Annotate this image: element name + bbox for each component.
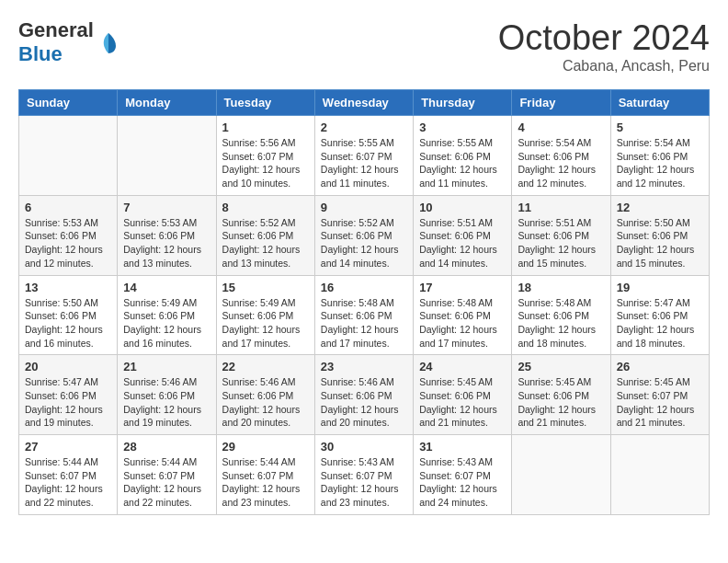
day-number: 13 [25,281,111,294]
weekday-header-sunday: Sunday [19,90,118,116]
calendar-cell: 5Sunrise: 5:54 AM Sunset: 6:06 PM Daylig… [610,116,709,196]
week-row-4: 20Sunrise: 5:47 AM Sunset: 6:06 PM Dayli… [19,355,710,435]
day-info: Sunrise: 5:45 AM Sunset: 6:07 PM Dayligh… [617,375,703,430]
calendar-cell: 18Sunrise: 5:48 AM Sunset: 6:06 PM Dayli… [512,275,610,355]
calendar-cell: 7Sunrise: 5:53 AM Sunset: 6:06 PM Daylig… [118,195,216,275]
day-number: 9 [321,201,407,214]
day-number: 22 [222,360,309,373]
calendar-cell: 12Sunrise: 5:50 AM Sunset: 6:06 PM Dayli… [610,195,709,275]
day-number: 4 [518,121,604,134]
day-info: Sunrise: 5:46 AM Sunset: 6:06 PM Dayligh… [321,375,407,430]
calendar-cell: 4Sunrise: 5:54 AM Sunset: 6:06 PM Daylig… [512,116,610,196]
day-number: 26 [617,360,703,373]
location-title: Cabana, Ancash, Peru [498,58,710,75]
day-number: 14 [123,281,210,294]
day-number: 31 [419,440,506,454]
day-info: Sunrise: 5:54 AM Sunset: 6:06 PM Dayligh… [617,136,703,190]
month-title: October 2024 [498,18,710,58]
weekday-header-saturday: Saturday [610,90,709,116]
day-info: Sunrise: 5:55 AM Sunset: 6:06 PM Dayligh… [419,136,506,190]
weekday-header-row: SundayMondayTuesdayWednesdayThursdayFrid… [19,90,710,116]
calendar-cell: 30Sunrise: 5:43 AM Sunset: 6:07 PM Dayli… [314,435,413,515]
page-header: General Blue October 2024 Cabana, Ancash… [18,18,710,75]
day-number: 3 [419,121,506,134]
day-number: 17 [419,281,506,294]
day-number: 1 [222,121,309,134]
calendar-cell: 28Sunrise: 5:44 AM Sunset: 6:07 PM Dayli… [118,435,216,515]
day-number: 20 [25,360,111,373]
calendar-cell: 6Sunrise: 5:53 AM Sunset: 6:06 PM Daylig… [19,195,118,275]
day-info: Sunrise: 5:52 AM Sunset: 6:06 PM Dayligh… [222,216,309,270]
calendar-cell: 3Sunrise: 5:55 AM Sunset: 6:06 PM Daylig… [414,116,512,196]
day-info: Sunrise: 5:52 AM Sunset: 6:06 PM Dayligh… [321,216,407,270]
week-row-3: 13Sunrise: 5:50 AM Sunset: 6:06 PM Dayli… [19,275,710,355]
calendar-cell: 26Sunrise: 5:45 AM Sunset: 6:07 PM Dayli… [610,355,709,435]
day-number: 16 [321,281,407,294]
week-row-1: 1Sunrise: 5:56 AM Sunset: 6:07 PM Daylig… [19,116,710,196]
day-number: 12 [617,201,703,214]
calendar-cell: 22Sunrise: 5:46 AM Sunset: 6:06 PM Dayli… [216,355,314,435]
day-number: 29 [222,440,309,454]
day-number: 10 [419,201,506,214]
logo-general: General [18,18,94,41]
calendar-cell: 10Sunrise: 5:51 AM Sunset: 6:06 PM Dayli… [414,195,512,275]
day-number: 21 [123,360,210,373]
title-block: October 2024 Cabana, Ancash, Peru [498,18,710,75]
day-number: 5 [617,121,703,134]
day-info: Sunrise: 5:48 AM Sunset: 6:06 PM Dayligh… [518,296,604,350]
day-number: 2 [321,121,407,134]
calendar-cell: 24Sunrise: 5:45 AM Sunset: 6:06 PM Dayli… [414,355,512,435]
calendar-cell: 27Sunrise: 5:44 AM Sunset: 6:07 PM Dayli… [19,435,118,515]
weekday-header-wednesday: Wednesday [314,90,413,116]
day-number: 6 [25,201,111,214]
day-number: 18 [518,281,604,294]
calendar-table: SundayMondayTuesdayWednesdayThursdayFrid… [18,89,710,515]
day-info: Sunrise: 5:49 AM Sunset: 6:06 PM Dayligh… [123,296,210,350]
day-info: Sunrise: 5:44 AM Sunset: 6:07 PM Dayligh… [25,455,111,510]
day-info: Sunrise: 5:46 AM Sunset: 6:06 PM Dayligh… [222,375,309,430]
day-info: Sunrise: 5:51 AM Sunset: 6:06 PM Dayligh… [518,216,604,270]
day-info: Sunrise: 5:44 AM Sunset: 6:07 PM Dayligh… [222,455,309,510]
calendar-cell: 1Sunrise: 5:56 AM Sunset: 6:07 PM Daylig… [216,116,314,196]
day-number: 8 [222,201,309,214]
calendar-cell: 2Sunrise: 5:55 AM Sunset: 6:07 PM Daylig… [314,116,413,196]
logo-blue: Blue [18,42,63,65]
day-info: Sunrise: 5:54 AM Sunset: 6:06 PM Dayligh… [518,136,604,190]
calendar-cell: 15Sunrise: 5:49 AM Sunset: 6:06 PM Dayli… [216,275,314,355]
weekday-header-thursday: Thursday [414,90,512,116]
weekday-header-tuesday: Tuesday [216,90,314,116]
calendar-cell: 9Sunrise: 5:52 AM Sunset: 6:06 PM Daylig… [314,195,413,275]
calendar-cell: 25Sunrise: 5:45 AM Sunset: 6:06 PM Dayli… [512,355,610,435]
calendar-cell [610,435,709,515]
day-info: Sunrise: 5:49 AM Sunset: 6:06 PM Dayligh… [222,296,309,350]
day-info: Sunrise: 5:43 AM Sunset: 6:07 PM Dayligh… [419,455,506,510]
day-info: Sunrise: 5:51 AM Sunset: 6:06 PM Dayligh… [419,216,506,270]
day-number: 7 [123,201,210,214]
calendar-cell: 14Sunrise: 5:49 AM Sunset: 6:06 PM Dayli… [118,275,216,355]
day-number: 15 [222,281,309,294]
day-info: Sunrise: 5:44 AM Sunset: 6:07 PM Dayligh… [123,455,210,510]
day-number: 28 [123,440,210,454]
logo-icon [96,29,121,55]
day-info: Sunrise: 5:55 AM Sunset: 6:07 PM Dayligh… [321,136,407,190]
day-number: 30 [321,440,407,454]
weekday-header-monday: Monday [118,90,216,116]
calendar-cell: 19Sunrise: 5:47 AM Sunset: 6:06 PM Dayli… [610,275,709,355]
day-number: 23 [321,360,407,373]
day-number: 24 [419,360,506,373]
week-row-2: 6Sunrise: 5:53 AM Sunset: 6:06 PM Daylig… [19,195,710,275]
day-info: Sunrise: 5:50 AM Sunset: 6:06 PM Dayligh… [617,216,703,270]
day-info: Sunrise: 5:45 AM Sunset: 6:06 PM Dayligh… [419,375,506,430]
calendar-cell: 20Sunrise: 5:47 AM Sunset: 6:06 PM Dayli… [19,355,118,435]
day-number: 27 [25,440,111,454]
calendar-cell: 21Sunrise: 5:46 AM Sunset: 6:06 PM Dayli… [118,355,216,435]
calendar-cell: 31Sunrise: 5:43 AM Sunset: 6:07 PM Dayli… [414,435,512,515]
day-number: 11 [518,201,604,214]
day-info: Sunrise: 5:46 AM Sunset: 6:06 PM Dayligh… [123,375,210,430]
calendar-cell [118,116,216,196]
calendar-cell: 23Sunrise: 5:46 AM Sunset: 6:06 PM Dayli… [314,355,413,435]
day-info: Sunrise: 5:53 AM Sunset: 6:06 PM Dayligh… [123,216,210,270]
logo: General Blue [18,18,121,66]
day-info: Sunrise: 5:45 AM Sunset: 6:06 PM Dayligh… [518,375,604,430]
calendar-cell: 8Sunrise: 5:52 AM Sunset: 6:06 PM Daylig… [216,195,314,275]
